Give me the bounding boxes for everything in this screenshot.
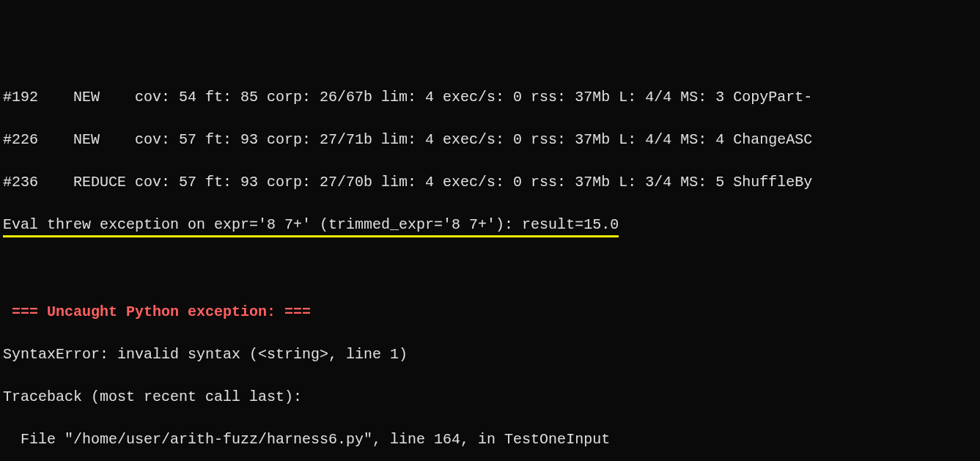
exception-header: === Uncaught Python exception: === [3,301,977,322]
eval-exception-line: Eval threw exception on expr='8 7+' (tri… [3,214,977,237]
traceback-frame-file: File "/home/user/arith-fuzz/harness6.py"… [3,429,977,450]
fuzzer-stat-line: #236 REDUCE cov: 57 ft: 93 corp: 27/70b … [3,172,977,193]
blank-line [3,259,977,280]
syntax-error-line: SyntaxError: invalid syntax (<string>, l… [3,344,977,365]
fuzzer-stat-line: #192 NEW cov: 54 ft: 85 corp: 26/67b lim… [3,86,977,108]
eval-exception-text: Eval threw exception on expr='8 7+' (tri… [3,214,619,237]
traceback-header: Traceback (most recent call last): [3,386,977,407]
fuzzer-stat-line: #226 NEW cov: 57 ft: 93 corp: 27/71b lim… [3,129,977,150]
